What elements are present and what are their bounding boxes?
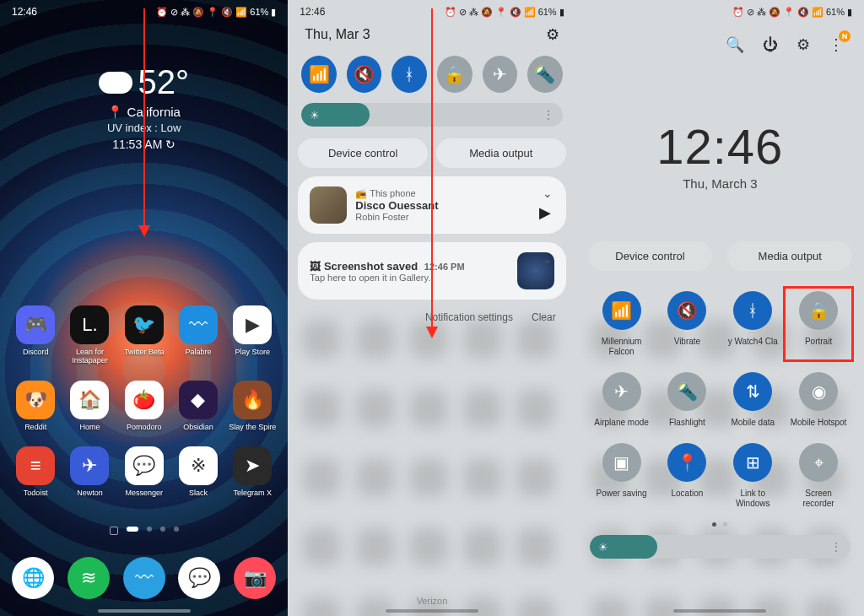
qs-tile-label: Location: [671, 489, 703, 499]
qs-tile-link-to-windows[interactable]: ⊞Link to Windows: [722, 443, 783, 509]
media-source: 📻 This phone: [355, 188, 554, 199]
media-title: Disco Ouessant: [355, 199, 554, 212]
app-label: Reddit: [24, 423, 46, 431]
status-indicator-icon: 📍: [783, 7, 795, 18]
notification-settings-link[interactable]: Notification settings: [425, 311, 513, 323]
dock-app[interactable]: ≋: [68, 557, 110, 599]
media-output-pill[interactable]: Media output: [436, 138, 566, 168]
app-play-store[interactable]: ▶Play Store: [229, 305, 276, 365]
qs-tile-vibrate[interactable]: 🔇Vibrate: [656, 291, 717, 357]
nav-bar[interactable]: [98, 609, 191, 613]
qs-tile-location[interactable]: 📍Location: [656, 443, 717, 509]
qs-tile-portrait[interactable]: 🔒Portrait: [788, 291, 849, 357]
status-indicator-icon: ⊘: [747, 7, 754, 18]
play-icon[interactable]: ▶: [539, 203, 551, 222]
app-label: Newton: [77, 489, 103, 497]
app-todoist[interactable]: ≡Todoist: [12, 446, 59, 497]
brightness-slider[interactable]: ☀ ⋮: [590, 535, 850, 559]
qs-tile-airplane-mode[interactable]: ✈Airplane mode: [591, 372, 652, 428]
app-reddit[interactable]: 🐶Reddit: [12, 381, 59, 431]
dock-app[interactable]: 💬: [178, 557, 220, 599]
status-indicator-icon: 🔕: [192, 7, 204, 18]
dock: 🌐≋〰💬📷: [0, 557, 288, 599]
status-icons: ⏰⊘⁂🔕📍🔇📶61%▮: [156, 7, 276, 18]
qs-tile-mobile-hotspot[interactable]: ◉Mobile Hotspot: [788, 372, 849, 428]
qs-tile-rotation[interactable]: 🔒: [437, 56, 472, 93]
app-pomodoro[interactable]: 🍅Pomodoro: [121, 381, 168, 431]
qs-tile-mobile-data[interactable]: ⇅Mobile data: [722, 372, 783, 428]
search-icon[interactable]: 🔍: [726, 35, 744, 54]
dock-app[interactable]: 📷: [234, 557, 276, 599]
qs-tile-label: Portrait: [805, 337, 832, 347]
qs-tile-screen-recorder[interactable]: ⌖Screen recorder: [788, 443, 849, 509]
device-control-pill[interactable]: Device control: [588, 241, 713, 271]
screenshot-title: Screenshot saved: [324, 260, 418, 273]
app-discord[interactable]: 🎮Discord: [12, 305, 59, 365]
status-indicator-icon: 🔕: [481, 7, 493, 18]
app-slay-the-spire[interactable]: 🔥Slay the Spire: [229, 381, 276, 431]
app-grid: 🎮DiscordL.Lean for Instapaper🐦Twitter Be…: [0, 305, 288, 497]
chevron-down-icon[interactable]: ⌄: [543, 186, 553, 200]
app-label: Telegram X: [233, 489, 272, 497]
app-slack[interactable]: ※Slack: [175, 446, 222, 497]
qs-tile-flashlight[interactable]: 🔦Flashlight: [656, 372, 717, 428]
nav-bar[interactable]: [386, 609, 478, 613]
screenshot-body: Tap here to open it in Gallery.: [310, 273, 508, 283]
weather-cloud-icon: [99, 72, 132, 94]
media-artist: Robin Foster: [355, 212, 554, 222]
app-telegram-x[interactable]: ➤Telegram X: [229, 446, 276, 497]
status-icons: ⏰⊘⁂🔕📍🔇📶61%▮: [732, 7, 852, 18]
status-indicator-icon: 📍: [495, 7, 507, 18]
app-label: Messenger: [125, 489, 163, 497]
settings-gear-icon[interactable]: ⚙: [546, 25, 559, 44]
qs-tile-bluetooth[interactable]: ᚼ: [392, 56, 427, 93]
qs-tile-airplane[interactable]: ✈: [483, 56, 518, 93]
qs-tile-label: Mobile data: [731, 418, 775, 428]
app-icon: 💬: [125, 446, 164, 485]
app-palabre[interactable]: 〰Palabre: [175, 305, 222, 365]
qs-tile-sound[interactable]: 🔇: [347, 56, 382, 93]
page-indicator[interactable]: [0, 527, 288, 535]
app-newton[interactable]: ✈Newton: [66, 446, 113, 497]
qs-clock[interactable]: 12:46 Thu, March 3: [585, 59, 856, 191]
status-indicator-icon: 61%: [826, 7, 845, 17]
annotation-arrow: [138, 8, 150, 237]
chevron-down-icon[interactable]: ⌄: [543, 252, 553, 266]
dock-app[interactable]: 〰: [123, 557, 165, 599]
app-icon: 🏠: [70, 381, 109, 419]
qs-tile-y-watch4-cla[interactable]: ᚼy Watch4 Cla: [722, 291, 783, 357]
qs-date[interactable]: Thu, Mar 3: [305, 27, 370, 42]
status-indicator-icon: ▮: [847, 7, 852, 18]
nav-bar[interactable]: [673, 609, 766, 613]
qs-page-indicator[interactable]: [585, 522, 856, 527]
status-indicator-icon: ⏰: [732, 7, 744, 18]
qs-time: 12:46: [585, 118, 856, 175]
brightness-more-icon[interactable]: ⋮: [830, 540, 842, 554]
qs-tile-wifi[interactable]: 📶: [301, 56, 337, 93]
qs-tile-grid: 📶Millennium Falcon🔇Vibrateᚼy Watch4 Cla🔒…: [585, 291, 856, 509]
status-indicator-icon: 🔇: [221, 7, 233, 18]
qs-tile-icon: ᚼ: [733, 291, 772, 330]
brightness-more-icon[interactable]: ⋮: [543, 108, 554, 122]
clear-notifications-link[interactable]: Clear: [532, 311, 556, 323]
dock-app[interactable]: 🌐: [12, 557, 54, 599]
status-indicator-icon: ⊘: [170, 7, 178, 18]
device-control-pill[interactable]: Device control: [298, 138, 428, 168]
app-messenger[interactable]: 💬Messenger: [121, 446, 168, 497]
app-obsidian[interactable]: ◆Obsidian: [175, 381, 222, 431]
app-icon: 🔥: [233, 381, 272, 419]
app-label: Home: [79, 423, 100, 431]
app-label: Lean for Instapaper: [66, 348, 113, 365]
qs-tile-flashlight[interactable]: 🔦: [527, 56, 563, 93]
app-icon: 〰: [179, 305, 218, 344]
app-icon: 🐦: [125, 305, 164, 344]
qs-tile-millennium-falcon[interactable]: 📶Millennium Falcon: [591, 291, 652, 357]
app-lean-for-instapaper[interactable]: L.Lean for Instapaper: [66, 305, 113, 365]
media-output-pill[interactable]: Media output: [727, 241, 852, 271]
app-twitter-beta[interactable]: 🐦Twitter Beta: [121, 305, 168, 365]
qs-tile-power-saving[interactable]: ▣Power saving: [591, 443, 652, 509]
power-icon[interactable]: ⏻: [763, 36, 778, 54]
app-home[interactable]: 🏠Home: [66, 381, 113, 431]
qs-tile-icon: 📍: [667, 443, 706, 482]
settings-gear-icon[interactable]: ⚙: [796, 35, 810, 54]
